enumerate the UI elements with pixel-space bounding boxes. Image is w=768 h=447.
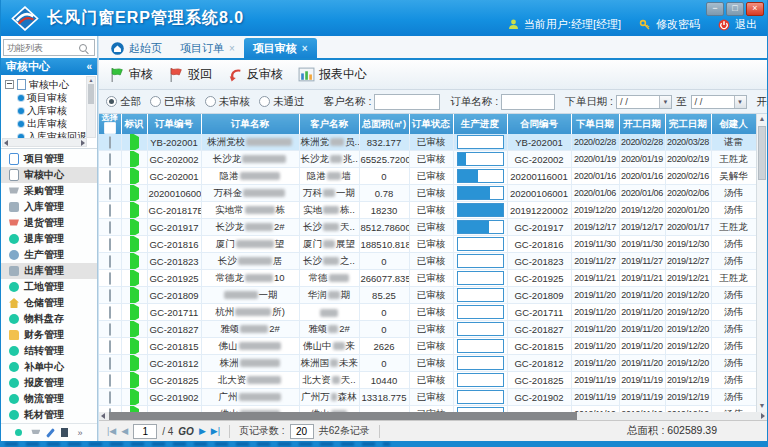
dropdown-icon[interactable]: ▼	[659, 96, 671, 108]
change-password-button[interactable]: 修改密码	[656, 17, 700, 32]
sidebar-module-item[interactable]: 出库管理	[1, 263, 97, 279]
sidebar-panel-header[interactable]: 审核中心 «	[1, 58, 97, 75]
tab-project-audit[interactable]: 项目审核 ×	[244, 38, 317, 58]
sidebar-module-item[interactable]: 工地管理	[1, 279, 97, 295]
tree-item[interactable]: 出库审核	[5, 117, 85, 130]
report-center-button[interactable]: 报表中心	[294, 64, 376, 85]
dropdown-icon[interactable]: ▼	[734, 96, 746, 108]
vertical-scrollbar[interactable]: ▲ ▼	[756, 114, 767, 412]
sidebar-module-item[interactable]: 退库管理	[1, 231, 97, 247]
logout-button[interactable]: 退出	[735, 17, 757, 32]
table-row[interactable]: GC-201817B实地常栋实地栋..18230已审核2019122000220…	[99, 202, 756, 219]
status-dot-icon[interactable]	[15, 429, 22, 436]
row-checkbox[interactable]	[109, 204, 111, 217]
tree-expander-icon[interactable]	[5, 80, 14, 89]
radio-icon[interactable]	[205, 96, 216, 107]
first-page-button[interactable]: |◀	[107, 426, 116, 436]
sidebar-module-item[interactable]: 生产管理	[1, 247, 97, 263]
tab-close-icon[interactable]: ×	[229, 43, 235, 54]
tree-item[interactable]: 项目审核	[5, 91, 85, 104]
row-checkbox[interactable]	[109, 153, 111, 166]
tree-item[interactable]: 入库审核	[5, 104, 85, 117]
prev-page-button[interactable]: ◀	[121, 426, 128, 436]
select-all-checkbox[interactable]	[104, 122, 116, 134]
row-checkbox[interactable]	[109, 289, 111, 302]
filter-radio[interactable]: 未通过	[259, 95, 305, 109]
table-row[interactable]: GC-201711杭州所)0已审核GC-2017112019/11/202019…	[99, 304, 756, 321]
sidebar-module-item[interactable]: 结转管理	[1, 343, 97, 359]
minimize-button[interactable]: −	[706, 2, 724, 16]
sidebar-module-item[interactable]: 财务管理	[1, 327, 97, 343]
tree-horizontal-scrollbar[interactable]	[2, 138, 87, 147]
tree-root[interactable]: 审核中心	[5, 78, 85, 91]
table-row[interactable]: YB-202001株洲党校株洲党员..832.177已审核YB-20200120…	[99, 134, 756, 151]
page-number-input[interactable]	[133, 424, 157, 439]
order-date-from-picker[interactable]: / /▼	[616, 95, 672, 109]
col-status[interactable]: 订单状态	[409, 114, 453, 134]
sidebar-module-item[interactable]: 耗材管理	[1, 407, 97, 423]
sidebar-module-item[interactable]: 项目管理	[1, 151, 97, 167]
filter-radio[interactable]: 已审核	[150, 95, 196, 109]
sidebar-module-item[interactable]: 入库管理	[1, 199, 97, 215]
last-page-button[interactable]: ▶|	[211, 426, 220, 436]
sidebar-module-item[interactable]: 报废管理	[1, 375, 97, 391]
audit-button[interactable]: 审核	[105, 64, 162, 85]
col-area[interactable]: 总面积(㎡)	[359, 114, 409, 134]
table-row[interactable]: GC-202002长沙龙长沙龙兆..65525.7200..已审核GC-2020…	[99, 151, 756, 168]
row-checkbox[interactable]	[109, 306, 111, 319]
horizontal-scroll-thumb[interactable]	[109, 412, 577, 420]
tree-vertical-scrollbar[interactable]: ▲	[86, 76, 96, 138]
function-search-input[interactable]	[7, 43, 79, 53]
row-checkbox[interactable]	[109, 391, 111, 404]
row-checkbox[interactable]	[109, 357, 111, 370]
col-contract[interactable]: 合同编号	[507, 114, 571, 134]
more-icon[interactable]: »	[77, 429, 82, 437]
scroll-down-icon[interactable]: ▼	[757, 401, 767, 411]
row-checkbox[interactable]	[109, 170, 111, 183]
page-size-input[interactable]	[290, 424, 314, 439]
sidebar-module-item[interactable]: 补单中心	[1, 359, 97, 375]
tab-close-icon[interactable]: ×	[302, 43, 308, 54]
sidebar-module-item[interactable]: 采购管理	[1, 183, 97, 199]
order-name-input[interactable]	[501, 94, 555, 110]
pen-icon[interactable]	[47, 428, 56, 438]
table-row[interactable]: GC-201815佛山佛山中来2626已审核GC-2018152019/11/2…	[99, 338, 756, 355]
scroll-up-icon[interactable]: ▲	[757, 114, 767, 124]
unaudit-button[interactable]: 反审核	[223, 64, 292, 85]
maximize-button[interactable]: □	[726, 2, 744, 16]
table-row[interactable]: GC-201816厦门望厦门展望188510.818已审核GC-20181620…	[99, 236, 756, 253]
sidebar-module-item[interactable]: 审核中心	[1, 167, 97, 183]
sidebar-module-item[interactable]: 仓储管理	[1, 295, 97, 311]
col-start-date[interactable]: 开工日期	[619, 114, 665, 134]
col-order-date[interactable]: 下单日期	[571, 114, 619, 134]
scroll-right-icon[interactable]	[81, 140, 85, 146]
row-checkbox[interactable]	[109, 374, 111, 387]
row-checkbox[interactable]	[109, 255, 111, 268]
table-row[interactable]: GC-201812株洲株洲国未来0已审核GC-2018122019/11/202…	[99, 355, 756, 372]
go-button[interactable]: GO	[178, 426, 194, 437]
row-checkbox[interactable]	[109, 238, 111, 251]
sidebar-module-item[interactable]: 物料盘存	[1, 311, 97, 327]
document-icon[interactable]	[61, 428, 68, 437]
filter-radio[interactable]: 全部	[106, 95, 141, 109]
sidebar-module-item[interactable]: 物流管理	[1, 391, 97, 407]
radio-icon[interactable]	[106, 96, 117, 107]
collapse-icon[interactable]: «	[86, 58, 92, 75]
col-finish-date[interactable]: 完工日期	[665, 114, 711, 134]
table-row[interactable]: GC-202001隐港隐港墙0已审核202001160012020/01/162…	[99, 168, 756, 185]
horizontal-scrollbar[interactable]	[99, 412, 767, 420]
col-creator[interactable]: 创建人	[711, 114, 756, 134]
scroll-left-icon[interactable]	[101, 413, 105, 419]
scroll-right-icon[interactable]	[761, 413, 765, 419]
table-row[interactable]: GC-201825北大资北大资天..10440已审核GC-2018252019/…	[99, 372, 756, 389]
col-order-no[interactable]: 订单编号	[147, 114, 201, 134]
row-checkbox[interactable]	[109, 340, 111, 353]
next-page-button[interactable]: ▶	[199, 426, 206, 436]
table-row[interactable]: GC-201925常德龙10常德266077.835..已审核GC-201925…	[99, 270, 756, 287]
col-customer[interactable]: 客户名称	[299, 114, 359, 134]
col-progress[interactable]: 生产进度	[453, 114, 507, 134]
close-button[interactable]: ×	[746, 2, 764, 16]
radio-icon[interactable]	[259, 96, 270, 107]
row-checkbox[interactable]	[109, 323, 111, 336]
tab-project-orders[interactable]: 项目订单 ×	[171, 38, 244, 58]
